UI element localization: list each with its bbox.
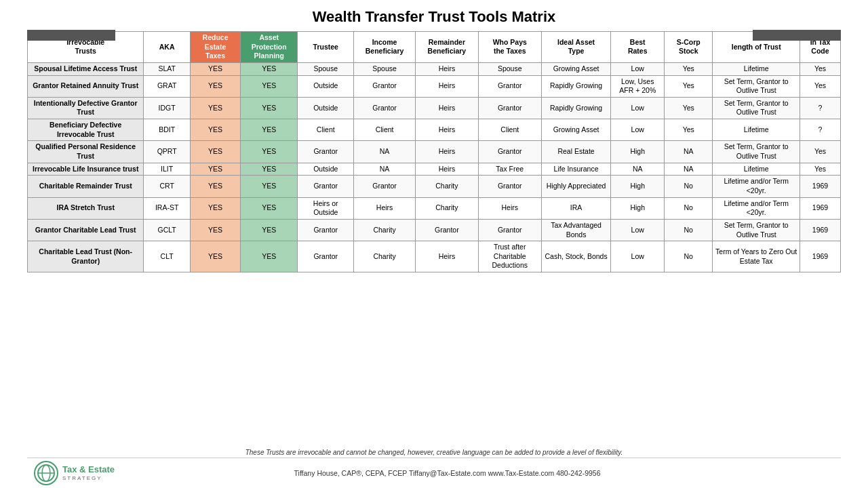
table-cell: Beneficiary Defective Irrevocable Trust (28, 119, 144, 141)
table-cell: Heirs (416, 75, 479, 97)
table-cell: Client (354, 119, 416, 141)
table-cell: No (665, 219, 713, 241)
table-cell: Yes (665, 75, 713, 97)
table-cell: Grantor (478, 97, 541, 119)
table-cell: ILIT (144, 163, 191, 176)
table-cell: High (611, 197, 665, 219)
table-cell: IRA-ST (144, 197, 191, 219)
table-cell: No (665, 241, 713, 272)
footer-contact: Tiffany House, CAP®, CEPA, FCEP Tiffany@… (294, 469, 601, 477)
table-cell: YES (190, 176, 240, 197)
table-cell: 1969 (800, 176, 840, 197)
page-title: Wealth Transfer Trust Tools Matrix (313, 0, 556, 31)
table-cell: Heirs (478, 197, 541, 219)
table-cell: YES (241, 75, 298, 97)
table-cell: NA (354, 141, 416, 163)
table-row: IRA Stretch TrustIRA-STYESYESHeirs or Ou… (28, 197, 841, 219)
table-cell: 1969 (800, 241, 840, 272)
table-row: Spousal Lifetime Access TrustSLATYESYESS… (28, 62, 841, 75)
table-cell: Heirs (354, 197, 416, 219)
table-cell: Set Term, Grantor to Outlive Trust (713, 141, 800, 163)
table-cell: NA (665, 163, 713, 176)
table-cell: Outside (298, 97, 354, 119)
table-cell: YES (190, 62, 240, 75)
table-cell: Rapidly Growing (541, 97, 611, 119)
table-cell: CRT (144, 176, 191, 197)
footer-logo: Tax & Estate STRATEGY (34, 461, 115, 485)
table-cell: Grantor (478, 176, 541, 197)
table-cell: Spouse (354, 62, 416, 75)
table-cell: Lifetime (713, 163, 800, 176)
table-cell: High (611, 176, 665, 197)
table-cell: YES (190, 97, 240, 119)
logo-icon (34, 461, 58, 485)
table-cell: 1969 (800, 197, 840, 219)
col-header-taxes: Who Paysthe Taxes (478, 32, 541, 63)
col-header-ideal: Ideal AssetType (541, 32, 611, 63)
table-cell: YES (241, 163, 298, 176)
table-cell: Grantor (298, 176, 354, 197)
table-cell: 1969 (800, 219, 840, 241)
table-cell: Irrevocable Life Insurance trust (28, 163, 144, 176)
table-cell: YES (190, 197, 240, 219)
table-cell: GRAT (144, 75, 191, 97)
table-cell: YES (190, 163, 240, 176)
col-header-trustee: Trustee (298, 32, 354, 63)
table-cell: Low (611, 241, 665, 272)
table-cell: Grantor Charitable Lead Trust (28, 219, 144, 241)
table-cell: Lifetime (713, 62, 800, 75)
table-cell: GCLT (144, 219, 191, 241)
table-cell: QPRT (144, 141, 191, 163)
table-cell: NA (611, 163, 665, 176)
table-cell: Set Term, Grantor to Outlive Trust (713, 219, 800, 241)
table-cell: NA (354, 163, 416, 176)
table-cell: Heirs (416, 163, 479, 176)
table-cell: Grantor (298, 219, 354, 241)
table-cell: No (665, 176, 713, 197)
table-cell: Client (298, 119, 354, 141)
table-cell: Qualified Personal Residence Trust (28, 141, 144, 163)
matrix-table: IrrevocableTrusts AKA ReduceEstateTaxes … (27, 31, 841, 272)
table-cell: Charitable Remainder Trust (28, 176, 144, 197)
col-header-aka: AKA (144, 32, 191, 63)
table-cell: Tax Free (478, 163, 541, 176)
table-cell: YES (190, 219, 240, 241)
table-cell: SLAT (144, 62, 191, 75)
table-cell: Low (611, 119, 665, 141)
table-cell: YES (190, 75, 240, 97)
table-cell: Low (611, 97, 665, 119)
table-cell: IRA (541, 197, 611, 219)
table-row: Charitable Remainder TrustCRTYESYESGrant… (28, 176, 841, 197)
page-wrapper: Wealth Transfer Trust Tools Matrix Irrev… (0, 0, 868, 488)
table-cell: YES (241, 241, 298, 272)
table-cell: Growing Asset (541, 119, 611, 141)
table-cell: Yes (665, 119, 713, 141)
table-cell: IDGT (144, 97, 191, 119)
table-cell: NA (665, 141, 713, 163)
table-cell: Lifetime and/or Term <20yr. (713, 197, 800, 219)
table-cell: Set Term, Grantor to Outlive Trust (713, 97, 800, 119)
table-cell: Spousal Lifetime Access Trust (28, 62, 144, 75)
table-cell: YES (241, 62, 298, 75)
table-row: Charitable Lead Trust (Non-Grantor)CLTYE… (28, 241, 841, 272)
table-cell: ? (800, 119, 840, 141)
table-cell: Yes (665, 62, 713, 75)
col-header-remainder: RemainderBeneficiary (416, 32, 479, 63)
table-cell: IRA Stretch Trust (28, 197, 144, 219)
table-cell: No (665, 197, 713, 219)
table-cell: YES (241, 197, 298, 219)
table-header-row: IrrevocableTrusts AKA ReduceEstateTaxes … (28, 32, 841, 63)
table-cell: High (611, 141, 665, 163)
table-cell: Yes (665, 97, 713, 119)
decorative-bar-left (27, 30, 115, 41)
table-cell: Term of Years to Zero Out Estate Tax (713, 241, 800, 272)
table-cell: Heirs (416, 141, 479, 163)
table-cell: Grantor (478, 219, 541, 241)
footer-note: These Trusts are irrevocable and cannot … (245, 447, 623, 458)
logo-text-block: Tax & Estate STRATEGY (62, 465, 115, 481)
table-cell: Low (611, 62, 665, 75)
table-cell: Low (611, 219, 665, 241)
table-cell: Outside (298, 163, 354, 176)
matrix-table-container: IrrevocableTrusts AKA ReduceEstateTaxes … (27, 31, 841, 447)
table-row: Intentionally Defective Grantor TrustIDG… (28, 97, 841, 119)
